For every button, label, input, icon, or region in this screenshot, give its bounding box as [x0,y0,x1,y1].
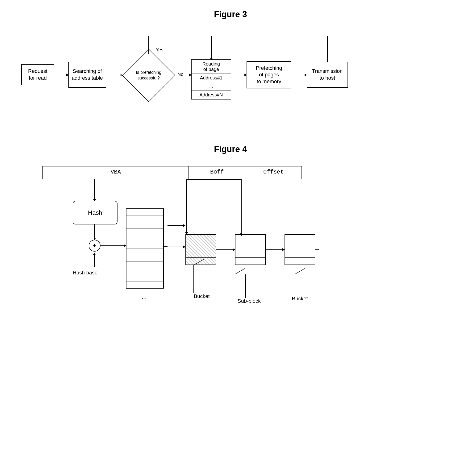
hash-base-label: Hash base [73,270,97,276]
dir-to-bucket-bot [167,246,185,247]
figure4-diagram: VBA Boff Offset Hash + Hash base [14,161,447,350]
box-searching: Searching of address table [69,62,106,88]
subblock-tick [266,249,270,250]
box-prefetching: Prefetching of pages to memory [247,61,291,88]
figure3-diagram: Request for read Searching of address ta… [14,26,447,125]
subblock-label-line [245,274,246,298]
bucket1-label-line [193,274,194,293]
row-dots: ... [191,82,231,91]
bucket2-tick [315,249,319,250]
hashbase-line [94,253,95,267]
dir-tick-1 [164,225,167,225]
feedback-vert-right [327,36,328,62]
feedback-vert-left [211,36,212,60]
subblock-div1 [235,251,266,251]
row-reading: Readingof page [191,60,231,74]
hash-box: Hash [73,201,117,224]
boff-segment: Boff [189,166,246,179]
dir-to-bucket-top [167,225,185,226]
address-table-box: Readingof page Address#1 ... Address#N [191,60,231,100]
bucket-to-subblock [216,249,235,250]
row-addr1: Address#1 [191,74,231,82]
bucket2-box [285,234,315,265]
sub-block-box [235,234,266,265]
yes-path-horiz [148,36,212,36]
offset-horiz-line [186,179,242,180]
bucket-divider2 [185,257,216,258]
bucket2-div2 [285,257,315,258]
yes-path-vert [148,36,149,54]
subblock-curve-line [235,268,245,274]
address-bar: VBA Boff Offset [43,166,302,179]
plus-to-dir [101,246,126,246]
bucket2-label-line [300,274,300,296]
dir-dots: ... [141,293,147,301]
directory-col [126,208,164,289]
vba-segment: VBA [43,166,189,179]
subblock-div2 [235,257,266,258]
figure4-title: Figure 4 [14,144,447,154]
dir-tick-2 [164,246,167,246]
bucket1-line2 [193,265,194,274]
arrow-no [176,75,191,75]
feedback-horiz-top [211,36,328,36]
vba-to-hash-arrow [94,192,95,201]
hashbase-arrowhead [93,253,96,255]
row-addrN: Address#N [191,91,231,99]
bucket-divider1 [185,251,216,251]
hash-to-plus [94,224,95,240]
arrow-1 [54,75,69,75]
diamond-prefetch: Is prefetching successful? [122,53,176,97]
arrow-prefetch-to-trans [291,75,307,75]
offset-to-subblock [241,220,242,235]
bucket2-div1 [285,251,315,251]
bucket1-label: Bucket [186,293,217,299]
boff-arrow [186,225,187,234]
page: Figure 3 Request for read Searching of a… [0,0,461,476]
yes-label: Yes [156,47,164,52]
figure3-title: Figure 3 [14,9,447,19]
bucket2-label: Bucket [285,296,315,302]
arrow-addr-to-prefetch [231,75,247,75]
box-request: Request for read [21,64,54,85]
bucket2-curve-line [295,268,305,274]
box-transmission: Transmission to host [307,62,348,88]
arrow-2 [106,75,123,75]
plus-circle: + [89,240,101,252]
offset-segment: Offset [245,166,302,179]
no-label: No [177,72,183,77]
subblock-label: Sub-block [230,298,268,304]
